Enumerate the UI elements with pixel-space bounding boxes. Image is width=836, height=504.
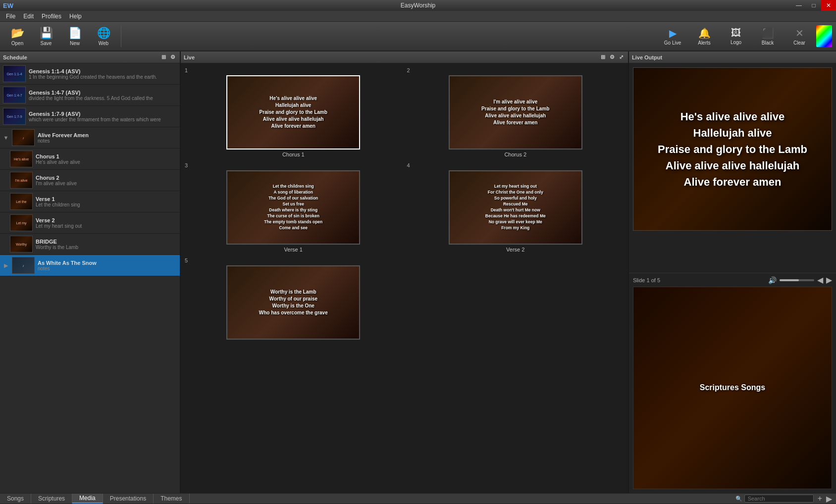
alerts-button[interactable]: 🔔 Alerts: [689, 23, 719, 49]
list-item[interactable]: Gen 1:7-9 Genesis 1:7-9 (ASV) which were…: [0, 106, 180, 127]
schedule-list: Gen 1:1-4 Genesis 1:1-4 (ASV) 1 In the b…: [0, 63, 180, 493]
menubar: File Edit Profiles Help: [0, 11, 836, 22]
slides-grid: 1 He's alive alive aliveHallelujah alive…: [181, 63, 628, 493]
list-item[interactable]: Worthy BRIDGE Worthy is the Lamb: [0, 234, 180, 255]
tab-themes[interactable]: Themes: [154, 494, 189, 504]
tab-songs[interactable]: Songs: [0, 494, 31, 504]
sched-info: Verse 2 Let my heart sing out: [36, 217, 177, 229]
sched-thumb: ♪: [12, 129, 35, 146]
new-button[interactable]: 📄 New: [61, 23, 88, 49]
black-button[interactable]: ⬛ Black: [753, 23, 783, 49]
live-output-panel: Live Output He's alive alive aliveHallel…: [628, 51, 836, 493]
live-preview: He's alive alive aliveHallelujah alivePr…: [629, 63, 836, 273]
logo-button[interactable]: 🖼 Logo: [721, 23, 751, 49]
list-item[interactable]: I'm alive Chorus 2 I'm alive alive alive: [0, 170, 180, 191]
sched-thumb: Gen 1:7-9: [3, 108, 26, 125]
collapse-arrow[interactable]: ▼: [3, 135, 9, 141]
volume-icon: 🔊: [768, 276, 777, 284]
schedule-header: Schedule ⊞ ⚙: [0, 51, 180, 63]
menu-help[interactable]: Help: [65, 12, 86, 21]
search-icon: 🔍: [735, 496, 742, 502]
slide-counter: Slide 1 of 5: [633, 277, 660, 283]
secondary-live-area: Scriptures Songs: [633, 287, 832, 489]
sched-thumb: Let my: [10, 214, 33, 231]
sched-thumb: He's alive: [10, 151, 33, 167]
minimize-button[interactable]: —: [791, 0, 806, 11]
sched-info: As White As The Snow notes: [38, 260, 177, 271]
save-button[interactable]: 💾 Save: [33, 23, 59, 49]
media-forward-button[interactable]: ▶: [826, 494, 832, 504]
slide-thumb[interactable]: I'm alive alive alivePraise and glory to…: [449, 75, 582, 150]
golive-icon: ▶: [669, 27, 677, 39]
live-panel: Live ⊞ ⚙ ⤢ 1 He's alive alive aliveHalle…: [181, 51, 628, 493]
search-input[interactable]: [744, 495, 814, 503]
list-item[interactable]: Gen 1:4-7 Genesis 1:4-7 (ASV) divided th…: [0, 85, 180, 106]
sched-info: Genesis 1:7-9 (ASV) which were under the…: [29, 111, 177, 122]
sched-thumb: Gen 1:1-4: [3, 65, 26, 82]
schedule-panel: Schedule ⊞ ⚙ Gen 1:1-4 Genesis 1:1-4 (AS…: [0, 51, 181, 493]
prev-slide-button[interactable]: ◀: [817, 275, 823, 285]
menu-file[interactable]: File: [2, 12, 19, 21]
slide-cell: 4 Let my heart sing outFor Christ the On…: [407, 162, 625, 252]
save-icon: 💾: [40, 27, 53, 40]
menu-profiles[interactable]: Profiles: [38, 12, 65, 21]
live-output-controls: Slide 1 of 5 🔊 ◀ ▶: [629, 273, 836, 287]
close-button[interactable]: ✕: [821, 0, 836, 11]
web-button[interactable]: 🌐 Web: [90, 23, 117, 49]
sched-info: Chorus 2 I'm alive alive alive: [36, 175, 177, 186]
live-preview-text: He's alive alive aliveHallelujah alivePr…: [650, 101, 815, 198]
web-icon: 🌐: [97, 27, 110, 40]
live-grid-view[interactable]: ⊞: [599, 53, 607, 61]
slide-thumb[interactable]: Let the children singA song of liberatio…: [226, 170, 360, 245]
schedule-grid-view[interactable]: ⊞: [160, 53, 167, 61]
list-item[interactable]: ▶ ♪ As White As The Snow notes: [0, 255, 180, 276]
tab-presentations[interactable]: Presentations: [103, 494, 154, 504]
new-icon: 📄: [68, 27, 82, 40]
next-slide-button[interactable]: ▶: [826, 275, 832, 285]
sched-thumb: Gen 1:4-7: [3, 87, 26, 103]
list-item[interactable]: Let the Verse 1 Let the children sing: [0, 191, 180, 212]
app-title: EasyWorship: [401, 2, 435, 9]
slide-thumb[interactable]: Let my heart sing outFor Christ the One …: [449, 170, 582, 245]
main-area: Schedule ⊞ ⚙ Gen 1:1-4 Genesis 1:1-4 (AS…: [0, 51, 836, 493]
volume-slider[interactable]: [780, 279, 814, 281]
schedule-settings[interactable]: ⚙: [169, 53, 177, 61]
logo-icon: 🖼: [731, 27, 741, 39]
sched-info: Genesis 1:1-4 (ASV) 1 In the beginning G…: [29, 68, 177, 80]
sched-info: Genesis 1:4-7 (ASV) divided the light fr…: [29, 90, 177, 101]
clear-button[interactable]: ✕ Clear: [784, 23, 814, 49]
live-settings[interactable]: ⚙: [608, 53, 616, 61]
list-item[interactable]: He's alive Chorus 1 He's alive alive ali…: [0, 149, 180, 170]
titlebar: EW EasyWorship — □ ✕: [0, 0, 836, 11]
bottom-tabs: Songs Scriptures Media Presentations The…: [0, 493, 836, 504]
slide-cell: 1 He's alive alive aliveHallelujah alive…: [185, 67, 402, 157]
slide-cell: 5 Worthy is the LambWorthy of our praise…: [185, 257, 402, 340]
alerts-icon: 🔔: [698, 27, 711, 39]
black-icon: ⬛: [762, 27, 774, 39]
sched-thumb: Worthy: [10, 236, 33, 252]
slide-thumb[interactable]: Worthy is the LambWorthy of our praiseWo…: [226, 265, 360, 340]
slide-cell: 2 I'm alive alive alivePraise and glory …: [407, 67, 625, 157]
live-expand[interactable]: ⤢: [618, 53, 625, 61]
golive-button[interactable]: ▶ Go Live: [658, 23, 687, 49]
list-item[interactable]: ▼ ♪ Alive Forever Amen notes: [0, 127, 180, 149]
open-button[interactable]: 📂 Open: [4, 23, 31, 49]
toolbar: 📂 Open 💾 Save 📄 New 🌐 Web ▶ Go Live 🔔 Al…: [0, 22, 836, 51]
collapse-arrow[interactable]: ▶: [3, 262, 9, 268]
sched-info: Alive Forever Amen notes: [38, 132, 177, 144]
add-media-button[interactable]: +: [818, 494, 822, 503]
tab-media[interactable]: Media: [72, 494, 103, 504]
sched-thumb: Let the: [10, 193, 33, 210]
color-swatch[interactable]: [816, 25, 832, 47]
app-logo: EW: [3, 2, 13, 9]
sched-info: Verse 1 Let the children sing: [36, 196, 177, 207]
live-preview-display: He's alive alive aliveHallelujah alivePr…: [633, 67, 832, 231]
slide-thumb[interactable]: He's alive alive aliveHallelujah alivePr…: [226, 75, 360, 150]
sched-thumb: I'm alive: [10, 172, 33, 189]
secondary-live-text: Scriptures Songs: [695, 376, 770, 400]
maximize-button[interactable]: □: [806, 0, 821, 11]
tab-scriptures[interactable]: Scriptures: [31, 494, 72, 504]
menu-edit[interactable]: Edit: [19, 12, 38, 21]
list-item[interactable]: Let my Verse 2 Let my heart sing out: [0, 212, 180, 234]
list-item[interactable]: Gen 1:1-4 Genesis 1:1-4 (ASV) 1 In the b…: [0, 63, 180, 85]
